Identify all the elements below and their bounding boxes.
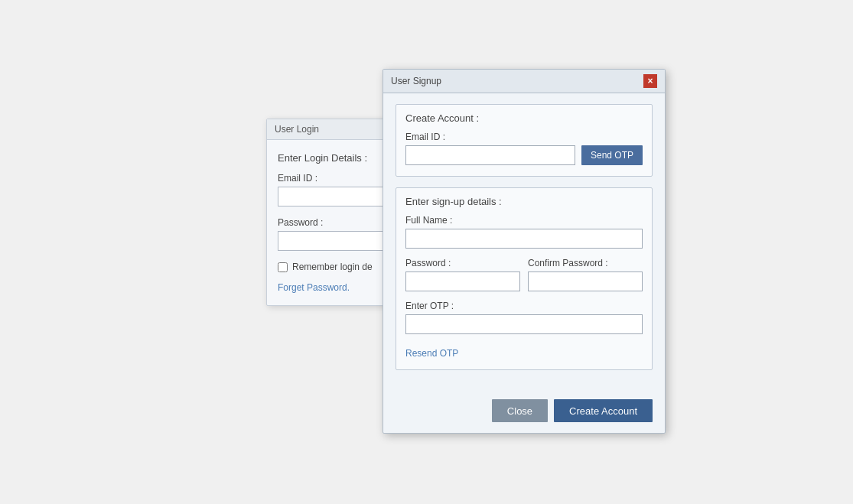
signup-body: Create Account : Email ID : Send OTP Ent… [383,93,665,393]
enter-otp-label: Enter OTP : [405,301,643,311]
send-otp-button[interactable]: Send OTP [581,145,643,165]
password-row: Password : Confirm Password : [405,258,643,291]
otp-input[interactable] [405,314,643,334]
remember-login-label: Remember login de [292,262,373,272]
signup-titlebar: User Signup × [383,70,665,93]
create-account-title: Create Account : [405,112,643,124]
signup-email-input[interactable] [405,145,575,165]
confirm-password-input[interactable] [528,272,643,291]
full-name-group: Full Name : [405,215,643,249]
signup-password-input[interactable] [405,272,520,291]
password-label: Password : [405,258,520,268]
otp-group: Enter OTP : [405,301,643,334]
signup-footer: Close Create Account [383,393,665,433]
login-title: User Login [275,124,319,135]
resend-otp-link[interactable]: Resend OTP [405,348,458,359]
remember-login-checkbox[interactable] [278,262,288,272]
signup-dialog: User Signup × Create Account : Email ID … [383,69,666,434]
signup-close-icon-button[interactable]: × [643,74,657,88]
confirm-password-group: Confirm Password : [528,258,643,291]
signup-details-title: Enter sign-up details : [405,196,643,207]
password-group: Password : [405,258,520,291]
email-otp-row: Email ID : Send OTP [405,132,643,165]
signup-title: User Signup [391,76,441,86]
email-field-group: Email ID : [405,132,575,165]
signup-details-section: Enter sign-up details : Full Name : Pass… [396,187,653,370]
full-name-label: Full Name : [405,215,643,226]
create-account-section: Create Account : Email ID : Send OTP [396,104,653,177]
close-button[interactable]: Close [492,399,548,422]
confirm-password-label: Confirm Password : [528,258,643,268]
email-label: Email ID : [405,132,575,142]
full-name-input[interactable] [405,229,643,249]
forget-password-link[interactable]: Forget Password. [278,282,350,293]
create-account-button[interactable]: Create Account [554,399,653,422]
